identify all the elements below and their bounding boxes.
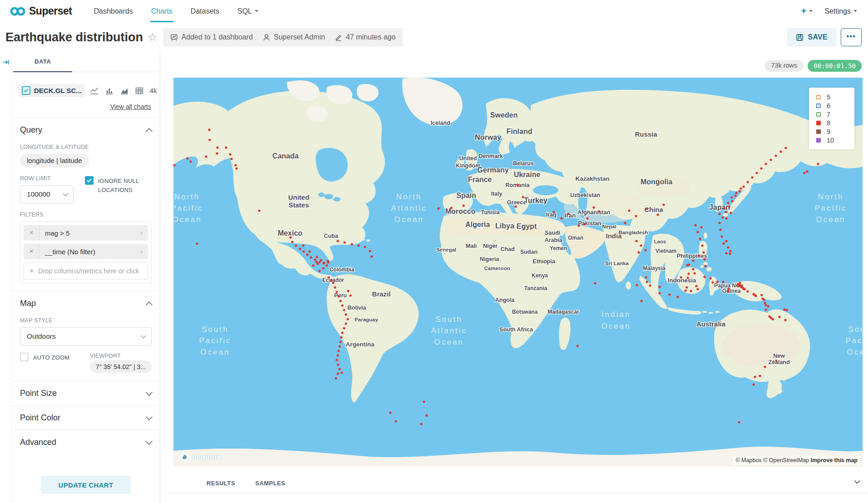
- nav-item-dashboards[interactable]: Dashboards: [84, 0, 142, 22]
- mapbox-logo[interactable]: mapbox: [180, 452, 221, 462]
- viewport-chip[interactable]: 7° 35' 54.02" | 3...: [90, 360, 152, 373]
- earthquake-point: [425, 414, 428, 416]
- earthquake-point: [302, 250, 305, 252]
- nav-item-sql[interactable]: SQL: [228, 0, 267, 22]
- ignore-null-row[interactable]: IGNORE NULL LOCATIONS: [85, 176, 152, 195]
- legend-label: 5: [827, 94, 830, 101]
- filter-chip[interactable]: × __time (No filter) ›: [24, 244, 148, 259]
- map-label: North: [818, 192, 844, 201]
- earthquake-point: [767, 305, 769, 307]
- map-label: South: [202, 325, 228, 334]
- auto-zoom-label: AUTO ZOOM: [33, 353, 69, 362]
- collapse-results-icon[interactable]: [853, 478, 861, 486]
- tab-underline: [13, 71, 72, 72]
- legend-entry[interactable]: 5: [816, 93, 854, 101]
- legend-swatch: [816, 129, 821, 134]
- lonlat-chip[interactable]: longitude | latitude: [20, 154, 89, 167]
- map-section-header[interactable]: Map: [20, 291, 152, 311]
- tab-samples[interactable]: SAMPLES: [255, 480, 285, 487]
- auto-zoom-row[interactable]: AUTO ZOOM: [20, 353, 90, 362]
- earthquake-point: [752, 383, 755, 385]
- view-all-charts-link[interactable]: View all charts: [110, 103, 151, 110]
- earthquake-point: [420, 423, 422, 425]
- map-label: Ocean: [173, 215, 202, 224]
- point-size-header[interactable]: Point Size: [20, 381, 152, 405]
- tab-data[interactable]: DATA: [35, 58, 51, 65]
- nav-item-datasets[interactable]: Datasets: [182, 0, 228, 22]
- legend-entry[interactable]: 6: [816, 102, 854, 109]
- last-modified-badge[interactable]: 47 minutes ago: [335, 33, 395, 41]
- favorite-star-icon[interactable]: ☆: [148, 31, 158, 44]
- viz-count-badge[interactable]: 4k: [150, 87, 157, 94]
- improve-map-link[interactable]: Improve this map: [811, 457, 858, 464]
- map-label: States: [288, 201, 309, 209]
- earthquake-point: [803, 172, 805, 174]
- legend-entry[interactable]: 10: [816, 136, 854, 144]
- table-icon[interactable]: [135, 86, 144, 95]
- auto-zoom-checkbox[interactable]: [20, 353, 29, 361]
- map-label: New: [773, 353, 785, 359]
- earthquake-point: [755, 295, 757, 297]
- dataset-chip[interactable]: DECK.GL SC...: [18, 84, 85, 97]
- tab-results[interactable]: RESULTS: [207, 480, 235, 487]
- point-color-header[interactable]: Point Color: [20, 406, 152, 430]
- dataset-checkbox[interactable]: [22, 86, 30, 95]
- map-label: Ocean: [394, 215, 424, 224]
- query-section-header[interactable]: Query: [20, 118, 152, 138]
- row-limit-select[interactable]: 100000: [20, 185, 74, 203]
- line-chart-icon[interactable]: [90, 86, 99, 95]
- map-label: Atlantic: [431, 326, 467, 335]
- map-label: Nigeria: [480, 256, 499, 262]
- dataset-name: DECK.GL SC...: [34, 87, 82, 94]
- bar-chart-icon[interactable]: [105, 86, 114, 95]
- earthquake-point: [727, 246, 729, 248]
- viz-type-icons: 4k: [90, 86, 160, 95]
- earthquake-point: [692, 259, 694, 261]
- earthquake-point: [340, 371, 343, 374]
- remove-filter-icon[interactable]: ×: [24, 225, 39, 241]
- earthquake-point: [737, 285, 740, 287]
- advanced-header[interactable]: Advanced: [20, 430, 152, 454]
- superset-logo[interactable]: Superset: [10, 5, 72, 17]
- filter-chip[interactable]: × mag > 5 ›: [24, 225, 148, 241]
- earthquake-point: [764, 365, 766, 368]
- earthquake-point: [338, 368, 340, 370]
- legend-label: 6: [827, 102, 830, 109]
- deckgl-map[interactable]: NorthPacificOceanNorthAtlanticOceanNorth…: [173, 78, 863, 467]
- new-item-button[interactable]: +: [801, 6, 813, 16]
- earthquake-point: [306, 253, 308, 256]
- legend-entry[interactable]: 8: [816, 119, 854, 127]
- ignore-null-checkbox[interactable]: [85, 176, 94, 185]
- map-style-select[interactable]: Outdoors: [20, 327, 152, 345]
- nav-item-charts[interactable]: Charts: [142, 0, 182, 22]
- earthquake-point: [369, 250, 371, 252]
- update-chart-button[interactable]: UPDATE CHART: [41, 476, 131, 494]
- earthquake-point: [658, 292, 661, 294]
- mapbox-attribution-link[interactable]: © Mapbox: [735, 457, 761, 464]
- earthquake-point: [725, 252, 727, 254]
- map-label: Libya: [495, 222, 514, 230]
- earthquake-point: [649, 284, 651, 286]
- earthquake-point: [721, 216, 724, 218]
- osm-attribution-link[interactable]: © OpenStreetMap: [763, 457, 809, 464]
- earthquake-point: [334, 286, 336, 288]
- legend-entry[interactable]: 9: [816, 128, 854, 135]
- map-label: Madagascar: [547, 309, 579, 315]
- map-label: Vietnam: [656, 248, 676, 254]
- owner-badge[interactable]: Superset Admin: [263, 33, 325, 41]
- legend-entry[interactable]: 7: [816, 110, 854, 118]
- filter-dropzone[interactable]: + Drop columns/metrics here or click: [24, 262, 148, 280]
- more-actions-button[interactable]: •••: [841, 28, 862, 46]
- earthquake-point: [357, 244, 360, 247]
- remove-filter-icon[interactable]: ×: [24, 244, 39, 259]
- save-button[interactable]: SAVE: [787, 28, 836, 46]
- expand-panel-icon[interactable]: [2, 59, 10, 68]
- earthquake-point: [775, 360, 777, 362]
- area-chart-icon[interactable]: [120, 86, 129, 95]
- map-label: Indian: [602, 310, 631, 319]
- map-label: Pacific: [173, 204, 203, 212]
- top-navbar: Superset Dashboards Charts Datasets SQL …: [0, 0, 868, 23]
- dashboards-badge[interactable]: Added to 1 dashboard: [170, 33, 253, 41]
- settings-menu[interactable]: Settings: [824, 7, 857, 15]
- earthquake-point: [635, 240, 637, 242]
